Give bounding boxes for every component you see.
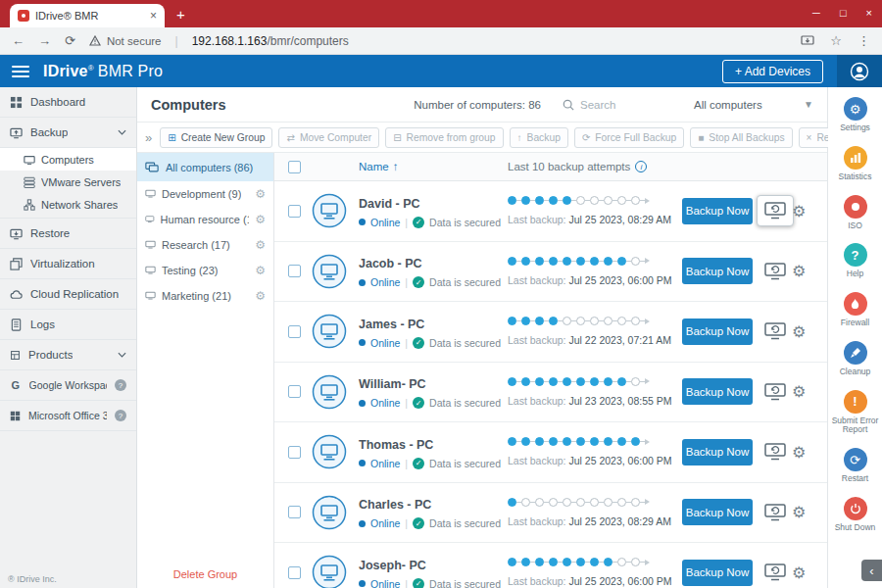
help-badge-icon[interactable]: ? — [115, 379, 126, 391]
backup-attempts-timeline — [508, 558, 682, 566]
sidebar-item-network-shares[interactable]: Network Shares — [0, 193, 136, 216]
site-security[interactable]: Not secure — [89, 35, 162, 47]
row-checkbox[interactable] — [288, 205, 301, 218]
row-checkbox[interactable] — [288, 265, 301, 277]
install-icon[interactable] — [801, 35, 814, 47]
rail-item-settings[interactable]: ⚙ Settings — [828, 97, 882, 133]
group-item[interactable]: Research (17) ⚙ — [137, 232, 273, 258]
rail-item-statistics[interactable]: Statistics — [828, 146, 882, 182]
hamburger-menu-icon[interactable] — [12, 66, 29, 77]
sidebar-item-products[interactable]: Products — [0, 340, 136, 370]
search-input[interactable] — [580, 99, 674, 111]
group-settings-gear-icon[interactable]: ⚙ — [255, 187, 266, 201]
group-item[interactable]: Development (9) ⚙ — [137, 181, 273, 207]
row-checkbox[interactable] — [288, 446, 301, 459]
sidebar-item-vmware-servers[interactable]: VMware Servers — [0, 171, 136, 193]
rail-item-shut-down[interactable]: Shut Down — [828, 497, 882, 533]
stop-all-backups-button[interactable]: ■Stop All Backups — [690, 127, 792, 148]
backup-button[interactable]: ↑Backup — [510, 127, 568, 148]
group-settings-gear-icon[interactable]: ⚙ — [255, 289, 266, 303]
back-icon[interactable]: ← — [12, 33, 24, 48]
row-settings-gear-icon[interactable]: ⚙ — [792, 564, 819, 582]
sidebar-item-backup[interactable]: Backup — [0, 118, 136, 148]
sidebar-item-dashboard[interactable]: Dashboard — [0, 87, 136, 118]
row-settings-gear-icon[interactable]: ⚙ — [792, 382, 819, 401]
group-settings-gear-icon[interactable]: ⚙ — [255, 238, 266, 252]
rail-item-restart[interactable]: ⟳ Restart — [828, 448, 882, 484]
browser-tab[interactable]: IDrive® BMR × — [10, 4, 165, 27]
row-checkbox[interactable] — [288, 506, 301, 518]
new-tab-button[interactable]: + — [176, 6, 185, 23]
sidebar-item-computers[interactable]: Computers — [0, 148, 136, 171]
url-text[interactable]: 192.168.1.163/bmr/computers — [192, 34, 349, 48]
sidebar-item-restore[interactable]: Restore — [0, 219, 136, 249]
row-settings-gear-icon[interactable]: ⚙ — [792, 262, 819, 280]
backup-now-button[interactable]: Backup Now — [682, 499, 753, 525]
sidebar-item-cloud-replication[interactable]: Cloud Replication — [0, 279, 136, 310]
last-backup-value: Jul 25 2023, 06:00 PM — [568, 455, 671, 466]
tab-close-icon[interactable]: × — [150, 9, 157, 23]
rail-item-help[interactable]: ? Help — [828, 243, 882, 279]
row-checkbox[interactable] — [288, 385, 301, 398]
restore-button[interactable] — [757, 316, 794, 347]
sidebar-item-logs[interactable]: Logs — [0, 310, 136, 340]
row-settings-gear-icon[interactable]: ⚙ — [792, 443, 819, 462]
restore-button[interactable] — [757, 557, 794, 588]
create-new-group-button[interactable]: ⊞Create New Group — [160, 127, 272, 148]
name-column-header[interactable]: Name↑ — [359, 161, 508, 172]
scroll-left-button[interactable]: ‹ — [861, 560, 882, 581]
sidebar-item-virtualization[interactable]: Virtualization — [0, 249, 136, 279]
info-icon[interactable]: i — [635, 161, 647, 172]
help-badge-icon[interactable]: ? — [115, 410, 126, 421]
delete-group-button[interactable]: Delete Group — [137, 568, 273, 580]
backup-now-button[interactable]: Backup Now — [682, 378, 753, 405]
rail-item-firewall[interactable]: Firewall — [828, 292, 882, 328]
user-account-button[interactable] — [837, 55, 882, 87]
collapse-panel-icon[interactable]: » — [145, 130, 152, 145]
attempts-cell: Last backup: Jul 25 2023, 06:00 PM — [508, 437, 682, 466]
rail-item-iso[interactable]: ISO — [828, 195, 882, 231]
group-settings-gear-icon[interactable]: ⚙ — [255, 213, 266, 226]
sidebar-item-microsoft-office-365[interactable]: Microsoft Office 365 ? — [0, 401, 136, 431]
rail-item-submit-error-report[interactable]: ! Submit Error Report — [828, 390, 882, 436]
restore-button[interactable] — [757, 436, 794, 467]
computers-filter-dropdown[interactable]: All computers ▼ — [694, 99, 813, 111]
status-separator: | — [405, 337, 408, 349]
force-full-backup-button[interactable]: ⟳Force Full Backup — [574, 127, 684, 148]
sidebar-label: Google Workspace — [29, 379, 107, 391]
last-backup: Last backup: Jul 23 2023, 08:55 PM — [508, 395, 682, 407]
restore-button[interactable] — [757, 195, 794, 226]
remove-from-group-button[interactable]: ⊟Remove from group — [385, 127, 503, 148]
select-all-checkbox[interactable] — [288, 161, 301, 173]
row-settings-gear-icon[interactable]: ⚙ — [792, 322, 819, 341]
forward-icon[interactable]: → — [38, 33, 51, 48]
reload-icon[interactable]: ⟳ — [65, 33, 75, 48]
backup-now-button[interactable]: Backup Now — [682, 318, 753, 345]
backup-now-button[interactable]: Backup Now — [682, 198, 753, 224]
backup-now-button[interactable]: Backup Now — [682, 258, 753, 284]
rail-item-cleanup[interactable]: Cleanup — [828, 341, 882, 377]
group-item[interactable]: Testing (23) ⚙ — [137, 258, 273, 283]
group-item[interactable]: Human resource (12) ⚙ — [137, 207, 273, 232]
row-checkbox[interactable] — [288, 325, 301, 338]
bookmark-star-icon[interactable]: ☆ — [830, 33, 842, 48]
row-checkbox[interactable] — [288, 566, 301, 579]
move-computer-button[interactable]: ⇄Move Computer — [278, 127, 379, 148]
group-item[interactable]: Marketing (21) ⚙ — [137, 283, 273, 309]
backup-attempts-timeline — [508, 317, 682, 325]
sidebar-item-google-workspace[interactable]: G Google Workspace ? — [0, 370, 136, 401]
backup-now-button[interactable]: Backup Now — [682, 439, 753, 466]
group-settings-gear-icon[interactable]: ⚙ — [255, 264, 266, 277]
group-item-all-computers[interactable]: All computers (86) — [137, 153, 273, 181]
restore-button[interactable] — [757, 256, 794, 287]
window-minimize-icon[interactable]: ─ — [812, 7, 820, 19]
window-close-icon[interactable]: × — [866, 7, 872, 19]
browser-menu-icon[interactable]: ⋮ — [858, 33, 870, 48]
backup-now-button[interactable]: Backup Now — [682, 560, 753, 586]
window-maximize-icon[interactable]: □ — [840, 7, 847, 19]
row-settings-gear-icon[interactable]: ⚙ — [792, 503, 819, 521]
restore-button[interactable] — [757, 497, 794, 528]
add-devices-button[interactable]: + Add Devices — [722, 60, 823, 83]
restore-button[interactable] — [757, 376, 794, 408]
row-settings-gear-icon[interactable]: ⚙ — [792, 202, 819, 220]
